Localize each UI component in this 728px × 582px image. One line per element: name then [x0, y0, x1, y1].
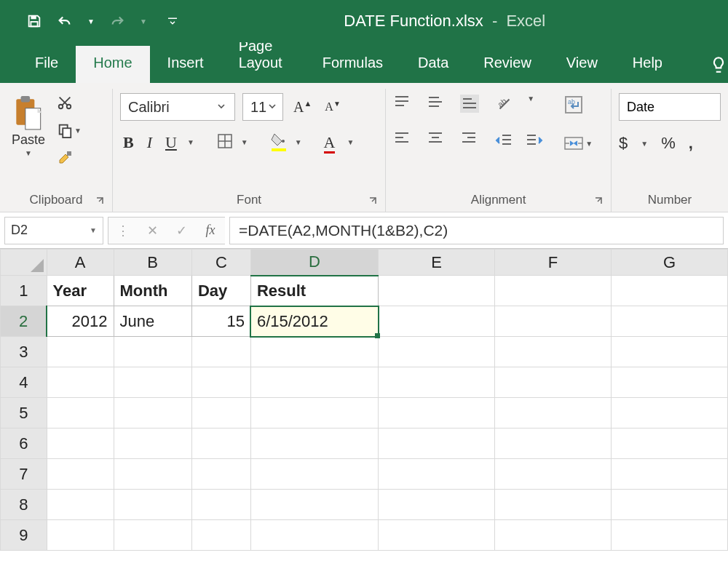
- cancel-formula-icon[interactable]: ✕: [138, 223, 167, 239]
- number-format-combo[interactable]: Date: [619, 93, 721, 121]
- cell-E6[interactable]: [379, 428, 495, 459]
- merge-center-icon[interactable]: ▼: [563, 135, 593, 152]
- cell-D9[interactable]: [250, 520, 378, 551]
- cell-A7[interactable]: [47, 459, 114, 490]
- cell-A4[interactable]: [47, 367, 114, 398]
- cut-button[interactable]: [57, 95, 82, 111]
- col-header-A[interactable]: A: [47, 250, 114, 276]
- cell-B3[interactable]: [114, 337, 191, 367]
- cell-D5[interactable]: [250, 398, 378, 428]
- cell-B4[interactable]: [114, 367, 191, 398]
- fill-color-button[interactable]: [270, 131, 288, 154]
- row-header-1[interactable]: 1: [1, 276, 47, 306]
- col-header-E[interactable]: E: [379, 250, 495, 276]
- row-header-4[interactable]: 4: [1, 367, 47, 398]
- cell-C3[interactable]: [191, 337, 250, 367]
- cell-C4[interactable]: [191, 367, 250, 398]
- font-color-button[interactable]: A: [324, 133, 336, 152]
- tab-formulas[interactable]: Formulas: [305, 46, 400, 83]
- cell-B6[interactable]: [114, 428, 191, 459]
- cell-A1[interactable]: Year: [47, 276, 114, 306]
- cell-A6[interactable]: [47, 428, 114, 459]
- borders-button[interactable]: [216, 132, 234, 152]
- tab-home[interactable]: Home: [76, 46, 149, 83]
- cell-E3[interactable]: [379, 337, 495, 367]
- cell-D1[interactable]: Result: [250, 276, 378, 306]
- col-header-D[interactable]: D: [250, 250, 378, 276]
- cell-G6[interactable]: [612, 428, 728, 459]
- cell-C7[interactable]: [191, 459, 250, 490]
- font-size-combo[interactable]: 11: [242, 93, 283, 121]
- align-top-icon[interactable]: [393, 95, 411, 113]
- underline-dropdown-icon[interactable]: ▼: [187, 138, 194, 146]
- cell-D7[interactable]: [250, 459, 378, 490]
- row-header-2[interactable]: 2: [1, 306, 47, 337]
- orientation-icon[interactable]: ab: [495, 95, 514, 116]
- row-header-5[interactable]: 5: [1, 398, 47, 428]
- cell-C6[interactable]: [191, 428, 250, 459]
- wrap-text-icon[interactable]: ab: [563, 95, 593, 117]
- name-box[interactable]: D2 ▼: [4, 217, 103, 244]
- cell-B7[interactable]: [114, 459, 191, 490]
- cell-E8[interactable]: [379, 490, 495, 520]
- tell-me-icon[interactable]: [709, 55, 728, 83]
- merge-dropdown-icon[interactable]: ▼: [585, 140, 593, 148]
- cell-A9[interactable]: [47, 520, 114, 551]
- formula-input[interactable]: =DATE(A2,MONTH(1&B2),C2): [229, 217, 724, 244]
- paste-button[interactable]: Paste ▼: [7, 92, 50, 160]
- copy-button[interactable]: ▼: [57, 122, 82, 138]
- underline-button[interactable]: U: [162, 132, 180, 154]
- cell-A3[interactable]: [47, 337, 114, 367]
- increase-indent-icon[interactable]: [526, 133, 543, 150]
- align-middle-icon[interactable]: [427, 95, 444, 113]
- insert-function-icon[interactable]: fx: [196, 223, 225, 238]
- cell-F4[interactable]: [495, 367, 612, 398]
- cell-D4[interactable]: [250, 367, 378, 398]
- accounting-dropdown-icon[interactable]: ▼: [641, 140, 648, 148]
- col-header-B[interactable]: B: [114, 250, 191, 276]
- row-header-9[interactable]: 9: [1, 520, 47, 551]
- cell-D8[interactable]: [250, 490, 378, 520]
- cell-F1[interactable]: [495, 276, 612, 306]
- cell-G4[interactable]: [612, 367, 728, 398]
- cell-F3[interactable]: [495, 337, 612, 367]
- accounting-format-button[interactable]: $: [619, 134, 628, 153]
- tab-file[interactable]: File: [17, 46, 76, 83]
- cell-A5[interactable]: [47, 398, 114, 428]
- comma-format-button[interactable]: ,: [689, 134, 693, 153]
- name-box-dropdown-icon[interactable]: ▼: [90, 226, 97, 234]
- paste-dropdown-icon[interactable]: ▼: [25, 149, 32, 157]
- cell-G7[interactable]: [612, 459, 728, 490]
- clipboard-launcher-icon[interactable]: [95, 194, 105, 204]
- cell-D3[interactable]: [250, 337, 378, 367]
- cell-C8[interactable]: [191, 490, 250, 520]
- cell-F5[interactable]: [495, 398, 612, 428]
- align-bottom-icon[interactable]: [460, 95, 479, 113]
- enter-formula-icon[interactable]: ✓: [167, 223, 196, 239]
- cell-F7[interactable]: [495, 459, 612, 490]
- cell-B5[interactable]: [114, 398, 191, 428]
- cell-G5[interactable]: [612, 398, 728, 428]
- align-center-icon[interactable]: [427, 130, 444, 147]
- col-header-C[interactable]: C: [191, 250, 250, 276]
- fill-dropdown-icon[interactable]: ▼: [295, 138, 302, 146]
- row-header-6[interactable]: 6: [1, 428, 47, 459]
- row-header-3[interactable]: 3: [1, 337, 47, 367]
- increase-font-icon[interactable]: A▲: [290, 97, 314, 117]
- cell-G3[interactable]: [612, 337, 728, 367]
- cell-G9[interactable]: [612, 520, 728, 551]
- cell-E2[interactable]: [379, 306, 495, 337]
- cell-B8[interactable]: [114, 490, 191, 520]
- tab-help[interactable]: Help: [615, 46, 680, 83]
- cell-E9[interactable]: [379, 520, 495, 551]
- cell-C2[interactable]: 15: [191, 306, 250, 337]
- row-header-8[interactable]: 8: [1, 490, 47, 520]
- cell-G2[interactable]: [612, 306, 728, 337]
- cell-G1[interactable]: [612, 276, 728, 306]
- font-launcher-icon[interactable]: [368, 194, 378, 204]
- cell-B2[interactable]: June: [114, 306, 191, 337]
- spreadsheet-grid[interactable]: A B C D E F G 1 Year Month Day Result 2 …: [0, 249, 728, 551]
- percent-format-button[interactable]: %: [661, 134, 676, 153]
- col-header-F[interactable]: F: [495, 250, 612, 276]
- qat-customize-icon[interactable]: [166, 15, 179, 28]
